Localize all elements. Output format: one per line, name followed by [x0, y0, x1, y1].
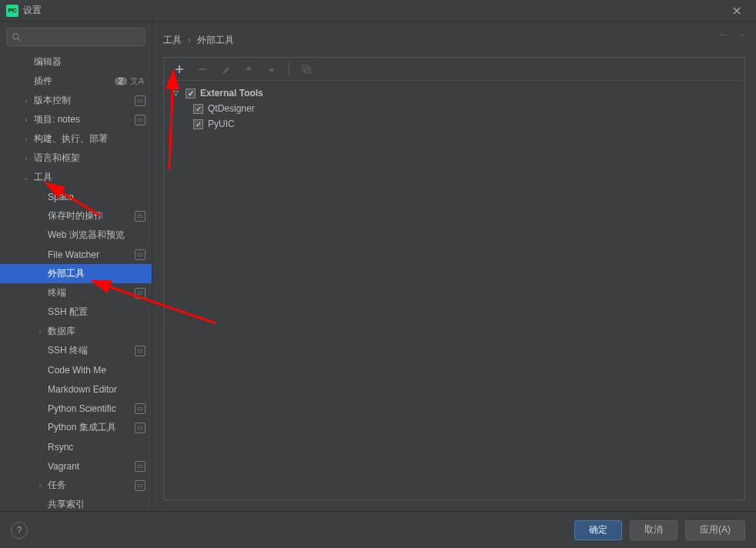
tool-item-row[interactable]: ✓QtDesigner: [170, 101, 738, 116]
tool-checkbox[interactable]: ✓: [193, 119, 203, 129]
sidebar-item-label: 工具: [34, 171, 146, 184]
tool-group-row[interactable]: ▽ ✓ External Tools: [170, 85, 738, 101]
tool-item-label: QtDesigner: [208, 103, 255, 114]
sidebar-item[interactable]: 保存时的操作▭: [0, 206, 152, 226]
settings-tree[interactable]: 编辑器插件2文A›版本控制▭›项目: notes▭›构建、执行、部署›语言和框架…: [0, 52, 152, 511]
sidebar-item-label: 外部工具: [48, 267, 146, 280]
tool-item-row[interactable]: ✓PyUIC: [170, 116, 738, 132]
breadcrumb-current: 外部工具: [197, 34, 234, 47]
sidebar-item[interactable]: Space: [0, 187, 152, 206]
move-down-button[interactable]: [266, 63, 278, 75]
breadcrumb: 工具 › 外部工具: [163, 29, 745, 51]
ok-button[interactable]: 确定: [574, 520, 622, 540]
chevron-down-icon[interactable]: ▽: [173, 89, 181, 97]
remove-button[interactable]: [196, 63, 209, 75]
sidebar-item-label: SSH 终端: [48, 344, 132, 357]
sidebar-item-label: Rsync: [48, 442, 146, 453]
update-badge: 2: [115, 77, 127, 85]
sidebar-item-label: Markdown Editor: [48, 384, 146, 395]
sidebar-item-label: 插件: [34, 75, 115, 88]
sidebar-item-label: 共享索引: [48, 498, 146, 511]
sidebar-item[interactable]: ⌄工具: [0, 168, 152, 187]
window-title: 设置: [23, 4, 42, 17]
chevron-icon: ›: [22, 97, 31, 105]
sidebar-item-label: 保存时的操作: [48, 209, 132, 222]
sidebar-item-label: File Watcher: [48, 249, 132, 260]
sidebar-item[interactable]: Python 集成工具▭: [0, 418, 152, 437]
project-scope-icon: ▭: [135, 288, 146, 299]
sidebar-item[interactable]: File Watcher▭: [0, 245, 152, 264]
sidebar-item[interactable]: ›版本控制▭: [0, 91, 152, 110]
sidebar-item[interactable]: 插件2文A: [0, 72, 152, 91]
lang-icon: 文A: [130, 75, 144, 87]
sidebar-item[interactable]: ›语言和框架: [0, 149, 152, 168]
chevron-icon: ›: [22, 135, 31, 143]
titlebar: PC 设置: [0, 0, 756, 22]
copy-button[interactable]: [300, 63, 313, 75]
sidebar-item-label: Python Scientific: [48, 403, 132, 414]
sidebar-item[interactable]: ›构建、执行、部署: [0, 129, 152, 149]
chevron-icon: ›: [22, 116, 31, 124]
sidebar-item-label: 版本控制: [34, 94, 132, 107]
sidebar-item[interactable]: 外部工具: [0, 264, 152, 283]
project-scope-icon: ▭: [135, 423, 146, 433]
sidebar-item-label: Web 浏览器和预览: [48, 229, 146, 242]
chevron-icon: ›: [35, 328, 45, 336]
sidebar-item[interactable]: ›数据库: [0, 322, 152, 341]
sidebar-item-label: Python 集成工具: [48, 421, 132, 434]
sidebar-item-label: 语言和框架: [34, 152, 146, 165]
sidebar-item-label: 项目: notes: [34, 113, 132, 126]
nav-forward-icon[interactable]: →: [736, 29, 745, 40]
apply-button[interactable]: 应用(A): [685, 520, 745, 540]
project-scope-icon: ▭: [135, 461, 146, 472]
help-button[interactable]: ?: [11, 522, 28, 539]
move-up-button[interactable]: [243, 63, 255, 75]
sidebar-item[interactable]: ›任务▭: [0, 476, 152, 495]
sidebar-item-label: 终端: [48, 286, 132, 299]
breadcrumb-separator: ›: [188, 35, 191, 45]
settings-sidebar: 编辑器插件2文A›版本控制▭›项目: notes▭›构建、执行、部署›语言和框架…: [0, 22, 152, 511]
project-scope-icon: ▭: [135, 403, 146, 414]
tool-item-label: PyUIC: [208, 119, 235, 129]
dialog-footer: ? 确定 取消 应用(A): [0, 511, 756, 548]
sidebar-item[interactable]: 终端▭: [0, 283, 152, 302]
sidebar-item-label: 编辑器: [34, 55, 146, 68]
tools-list: ▽ ✓ External Tools ✓QtDesigner✓PyUIC: [164, 81, 744, 500]
breadcrumb-root[interactable]: 工具: [163, 34, 182, 47]
sidebar-item[interactable]: SSH 配置: [0, 302, 152, 322]
add-button[interactable]: [173, 63, 186, 75]
close-window-button[interactable]: [724, 2, 750, 19]
group-checkbox[interactable]: ✓: [186, 89, 196, 99]
sidebar-item[interactable]: 共享索引: [0, 495, 152, 511]
search-input[interactable]: [6, 28, 146, 46]
sidebar-item[interactable]: Code With Me: [0, 360, 152, 379]
sidebar-item-label: 构建、执行、部署: [34, 132, 146, 145]
cancel-button[interactable]: 取消: [630, 520, 677, 540]
sidebar-item-label: 数据库: [48, 325, 146, 338]
external-tools-panel: ▽ ✓ External Tools ✓QtDesigner✓PyUIC: [163, 57, 745, 500]
group-label: External Tools: [200, 88, 263, 99]
sidebar-item[interactable]: ›项目: notes▭: [0, 110, 152, 129]
sidebar-item-label: Code With Me: [48, 365, 146, 376]
sidebar-item[interactable]: SSH 终端▭: [0, 341, 152, 360]
chevron-icon: ›: [22, 155, 31, 162]
main-panel: 工具 › 外部工具 ← →: [152, 22, 756, 511]
project-scope-icon: ▭: [135, 346, 146, 356]
sidebar-item[interactable]: Markdown Editor: [0, 379, 152, 399]
sidebar-item[interactable]: Rsync: [0, 437, 152, 456]
project-scope-icon: ▭: [135, 249, 146, 260]
sidebar-item-label: Vagrant: [48, 461, 132, 472]
svg-point-0: [13, 33, 18, 38]
sidebar-item[interactable]: Vagrant▭: [0, 456, 152, 476]
project-scope-icon: ▭: [135, 115, 146, 125]
sidebar-item-label: 任务: [48, 479, 132, 492]
chevron-icon: ›: [35, 482, 45, 490]
tool-checkbox[interactable]: ✓: [193, 104, 203, 114]
nav-back-icon[interactable]: ←: [719, 29, 728, 40]
sidebar-item[interactable]: Web 浏览器和预览: [0, 226, 152, 245]
sidebar-item[interactable]: Python Scientific▭: [0, 399, 152, 418]
project-scope-icon: ▭: [135, 480, 146, 491]
search-icon: [12, 32, 22, 42]
edit-button[interactable]: [219, 63, 232, 75]
sidebar-item[interactable]: 编辑器: [0, 52, 152, 72]
